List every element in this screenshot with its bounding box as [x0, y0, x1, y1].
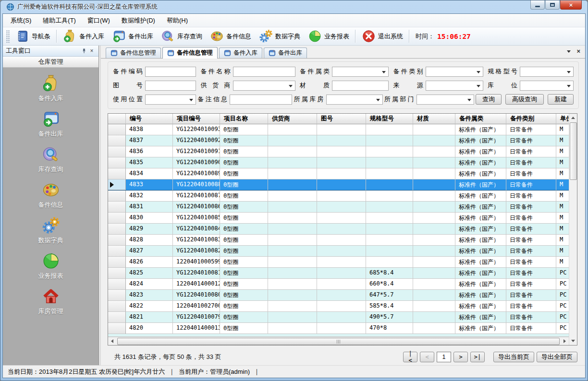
row-selector[interactable]: [108, 146, 126, 157]
page-number-input[interactable]: [437, 352, 451, 362]
sidebar-item-parts-in[interactable]: 备件入库: [22, 74, 80, 103]
warehouse-select[interactable]: [326, 95, 383, 105]
new-button[interactable]: 新建: [548, 94, 574, 105]
column-header-3[interactable]: 项目名称: [220, 114, 268, 124]
horizontal-scroll-thumb[interactable]: [117, 338, 560, 345]
tab-close-icon[interactable]: ×: [576, 49, 580, 54]
next-page-button[interactable]: >: [453, 352, 468, 362]
toolbar-button-parts-info[interactable]: 备件信息: [206, 28, 255, 44]
tab-parts-info-mgmt-1[interactable]: 备件信息管理: [106, 48, 161, 58]
column-header-7[interactable]: 材质: [413, 114, 455, 124]
row-selector[interactable]: [108, 135, 126, 146]
use-position-select[interactable]: [145, 95, 196, 105]
row-selector[interactable]: [108, 190, 126, 202]
horizontal-scrollbar[interactable]: [108, 337, 569, 345]
tab-parts-info-mgmt-2[interactable]: 备件信息管理: [162, 47, 218, 59]
maximize-button[interactable]: [545, 0, 560, 10]
toolbar-grip[interactable]: [6, 30, 10, 43]
scroll-left-icon[interactable]: [108, 337, 116, 345]
column-header-10[interactable]: 单位: [556, 114, 569, 124]
part-genus-select[interactable]: [332, 67, 389, 77]
minimize-button[interactable]: [530, 0, 545, 10]
table-row[interactable]: 482612204010005990型圈标准件（国产）日常备件M: [108, 257, 569, 268]
table-row[interactable]: 482012204014000130型圈470*8标准件（国产）日常备件PC: [108, 323, 569, 334]
row-selector[interactable]: [108, 213, 126, 224]
row-selector[interactable]: [108, 279, 126, 290]
part-category-select[interactable]: [426, 67, 483, 77]
material-input[interactable]: [332, 81, 389, 91]
row-selector[interactable]: [108, 124, 126, 135]
table-row[interactable]: 4835YG122040100900型圈标准件（国产）日常备件M: [108, 157, 569, 168]
row-selector[interactable]: [108, 257, 126, 268]
sidebar-item-business-report[interactable]: 业务报表: [22, 252, 80, 280]
table-row[interactable]: 4832YG122040100870型圈标准件（国产）日常备件M: [108, 190, 569, 202]
row-selector[interactable]: [108, 246, 126, 257]
export-current-page-button[interactable]: 导出当前页: [493, 352, 534, 362]
scroll-right-icon[interactable]: [561, 337, 569, 345]
table-row[interactable]: 4827YG122040100820型圈标准件（国产）日常备件M: [108, 246, 569, 257]
tab-parts-in[interactable]: 备件入库: [219, 48, 262, 58]
drawing-no-input[interactable]: [145, 81, 196, 91]
column-header-4[interactable]: 供货商: [268, 114, 317, 124]
source-select[interactable]: [426, 81, 483, 91]
sidebar-item-parts-out[interactable]: 备件出库: [22, 110, 80, 138]
advanced-query-button[interactable]: 高级查询: [505, 94, 544, 105]
menu-item-system[interactable]: 系统(S): [5, 14, 37, 27]
sidebar-item-data-dict[interactable]: 数据字典: [22, 216, 80, 245]
scroll-down-icon[interactable]: [569, 337, 577, 345]
toolbar-button-data-dict[interactable]: 数据字典: [255, 28, 304, 44]
column-header-9[interactable]: 备件类别: [506, 114, 556, 124]
sidebar-item-stock-query[interactable]: 库存查询: [22, 145, 80, 174]
pin-icon[interactable]: [80, 47, 88, 55]
menu-item-help[interactable]: 帮助(H): [161, 14, 194, 27]
toolbar-button-stock-query[interactable]: 库存查询: [157, 28, 206, 44]
scroll-up-icon[interactable]: [569, 114, 577, 122]
query-button[interactable]: 查询: [476, 94, 502, 105]
sidebar-item-parts-info[interactable]: 备件信息: [22, 181, 80, 209]
tab-list-dropdown-icon[interactable]: [567, 50, 571, 53]
row-selector[interactable]: [108, 168, 126, 179]
column-header-6[interactable]: 规格型号: [366, 114, 413, 124]
close-panel-icon[interactable]: ×: [88, 47, 96, 55]
row-selector[interactable]: [108, 224, 126, 235]
row-selector[interactable]: [108, 301, 126, 312]
stock-location-select[interactable]: [520, 81, 574, 91]
column-header-8[interactable]: 备件属类: [455, 114, 506, 124]
column-header-2[interactable]: 项目编号: [173, 114, 220, 124]
close-button[interactable]: ×: [560, 0, 582, 10]
table-row[interactable]: 4828YG122040100830型圈标准件（国产）日常备件M: [108, 235, 569, 246]
sidebar-item-warehouse-mgmt[interactable]: 库房管理: [22, 287, 80, 316]
row-selector[interactable]: [108, 323, 126, 334]
spec-model-select[interactable]: [520, 67, 574, 77]
export-all-pages-button[interactable]: 导出全部页: [537, 352, 577, 362]
table-row[interactable]: 4829YG122040100840型圈标准件（国产）日常备件M: [108, 224, 569, 235]
department-select[interactable]: [416, 95, 474, 105]
table-row[interactable]: 4834YG122040100890型圈标准件（国产）日常备件M: [108, 168, 569, 179]
toolbar-button-parts-in[interactable]: 备件入库: [59, 28, 108, 44]
part-name-input[interactable]: [233, 67, 295, 77]
vertical-scroll-thumb[interactable]: [570, 122, 577, 180]
table-row[interactable]: 4830YG122040100850型圈标准件（国产）日常备件M: [108, 213, 569, 224]
column-header-1[interactable]: 编号: [126, 114, 173, 124]
row-selector[interactable]: [108, 179, 126, 190]
table-row[interactable]: 4821YG122040100790型圈490*5.7标准件（国产）日常备件PC: [108, 312, 569, 323]
row-selector[interactable]: [108, 235, 126, 246]
row-selector[interactable]: [108, 312, 126, 323]
table-row[interactable]: 482212204010027000型圈585*8.4标准件（国产）日常备件PC: [108, 301, 569, 312]
first-page-button[interactable]: |<: [403, 352, 417, 362]
menu-item-data-maintenance[interactable]: 数据维护(D): [116, 14, 161, 27]
table-row[interactable]: 4833YG122040100880型圈标准件（国产）日常备件M: [108, 179, 569, 190]
last-page-button[interactable]: >|: [470, 352, 485, 362]
remark-input[interactable]: [230, 95, 292, 105]
part-code-input[interactable]: [145, 67, 196, 77]
table-row[interactable]: 4836YG122040100910型圈标准件（国产）日常备件M: [108, 146, 569, 157]
supplier-select[interactable]: [233, 81, 295, 91]
row-selector[interactable]: [108, 157, 126, 168]
table-row[interactable]: 4838YG122040100930型圈标准件（国产）日常备件M: [108, 124, 569, 135]
vertical-scrollbar[interactable]: [569, 114, 577, 345]
prev-page-button[interactable]: <: [420, 352, 434, 362]
toolbar-button-business-report[interactable]: 业务报表: [304, 28, 353, 44]
toolbar-button-exit-system[interactable]: 退出系统: [358, 28, 407, 44]
table-row[interactable]: 4837YG122040100920型圈标准件（国产）日常备件M: [108, 135, 569, 146]
menu-item-aux-tools[interactable]: 辅助工具(T): [37, 14, 82, 27]
